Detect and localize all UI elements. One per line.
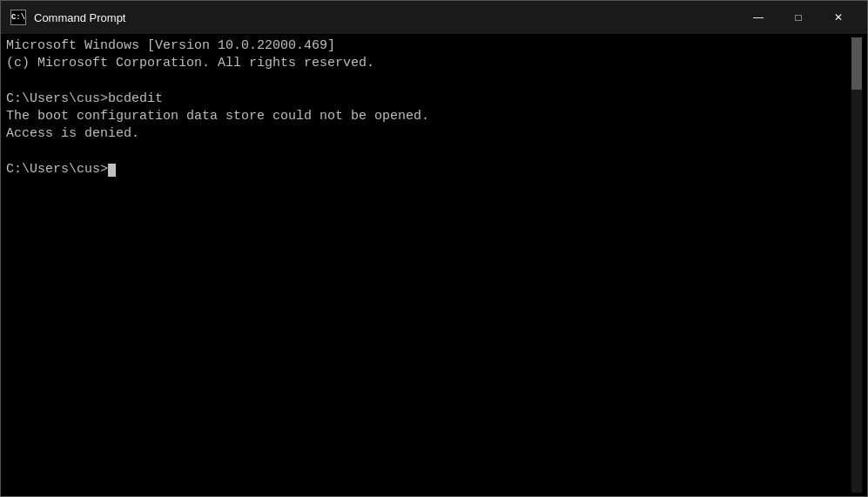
scrollbar[interactable] bbox=[851, 37, 862, 493]
command-prompt-window: C:\ Command Prompt — □ ✕ Microsoft Windo… bbox=[0, 0, 868, 497]
window-title: Command Prompt bbox=[34, 11, 738, 24]
console-area[interactable]: Microsoft Windows [Version 10.0.22000.46… bbox=[1, 34, 867, 496]
window-controls: — □ ✕ bbox=[738, 1, 858, 34]
close-button[interactable]: ✕ bbox=[818, 1, 858, 34]
console-line-2: (c) Microsoft Corporation. All rights re… bbox=[6, 56, 374, 71]
console-line-5: The boot configuration data store could … bbox=[6, 109, 429, 124]
cmd-icon-graphic: C:\ bbox=[10, 10, 26, 25]
console-output: Microsoft Windows [Version 10.0.22000.46… bbox=[6, 37, 851, 493]
console-line-8: C:\Users\cus> bbox=[6, 162, 108, 177]
console-line-6: Access is denied. bbox=[6, 126, 139, 141]
scrollbar-thumb[interactable] bbox=[851, 37, 862, 90]
console-line-7 bbox=[6, 144, 14, 159]
title-bar: C:\ Command Prompt — □ ✕ bbox=[1, 1, 867, 34]
window-icon: C:\ bbox=[10, 9, 27, 26]
console-line-4: C:\Users\cus>bcdedit bbox=[6, 91, 163, 106]
maximize-button[interactable]: □ bbox=[778, 1, 818, 34]
minimize-button[interactable]: — bbox=[738, 1, 778, 34]
console-line-1: Microsoft Windows [Version 10.0.22000.46… bbox=[6, 38, 335, 53]
cursor bbox=[108, 164, 116, 177]
console-line-3 bbox=[6, 74, 14, 89]
